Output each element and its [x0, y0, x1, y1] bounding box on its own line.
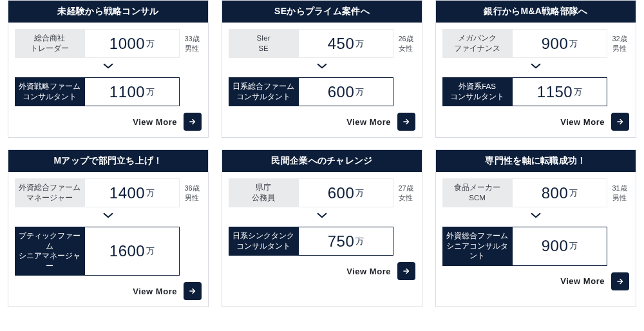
after-salary-unit: 万 [355, 86, 364, 98]
before-salary-value: 900 [542, 35, 568, 53]
before-salary-value: 1400 [109, 184, 145, 202]
after-salary-value: 900 [542, 237, 568, 255]
before-job-line2: 公務員 [252, 193, 275, 203]
case-card: SEからプライム案件へ SIer SE 450 万 26歳 女性 日系総合ファー… [222, 0, 422, 138]
before-salary-box: 600 万 [298, 178, 393, 207]
view-more-link[interactable]: View More [8, 276, 208, 301]
before-salary-unit: 万 [146, 38, 155, 50]
age-label: 33歳 [184, 34, 199, 44]
case-card: Mアップで部門立ち上げ！ 外資総合ファーム マネージャー 1400 万 36歳 … [8, 149, 209, 307]
after-job-line1: ブティックファーム [17, 231, 82, 251]
down-arrow-icon [8, 211, 208, 220]
after-job-line1: 外資戦略ファーム [19, 82, 80, 92]
after-salary-unit: 万 [574, 86, 582, 98]
after-job-line2: シニアコンサルタント [444, 241, 510, 261]
after-salary-value: 1600 [109, 242, 145, 260]
before-job: 食品メーカー SCM [442, 178, 512, 207]
demographics-spacer [393, 77, 415, 106]
down-arrow-icon [222, 211, 422, 220]
before-job-line2: SE [258, 44, 268, 54]
demographics-spacer [180, 227, 202, 276]
after-salary-unit: 万 [146, 245, 155, 257]
before-job-line1: 県庁 [256, 183, 271, 193]
after-row: 日系シンクタンク コンサルタント 750 万 [229, 227, 415, 256]
before-job-line1: 外資総合ファーム [19, 183, 80, 193]
gender-label: 女性 [399, 44, 413, 53]
arrow-right-button[interactable] [611, 272, 629, 290]
after-job: 外資総合ファーム シニアコンサルタント [442, 227, 512, 266]
before-salary-box: 1000 万 [84, 29, 180, 58]
after-salary-unit: 万 [146, 86, 155, 98]
after-row: 外資戦略ファーム コンサルタント 1100 万 [15, 77, 202, 106]
case-card: 専門性を軸に転職成功！ 食品メーカー SCM 800 万 31歳 男性 外資総合… [435, 149, 636, 307]
after-salary-value: 1150 [537, 83, 573, 101]
view-more-link[interactable]: View More [222, 256, 422, 281]
case-card: 銀行からM&A戦略部隊へ メガバンク ファイナンス 900 万 32歳 男性 外… [435, 0, 636, 138]
before-job-line2: SCM [469, 193, 486, 203]
down-arrow-icon [436, 62, 636, 71]
age-label: 36歳 [184, 184, 199, 193]
arrow-right-icon [402, 117, 411, 126]
demographics-spacer [180, 77, 202, 106]
card-title: 民間企業へのチャレンジ [222, 150, 422, 172]
arrow-right-button[interactable] [397, 262, 415, 280]
after-job: 日系シンクタンク コンサルタント [229, 227, 298, 256]
gender-label: 男性 [612, 193, 627, 203]
view-more-link[interactable]: View More [436, 106, 636, 132]
after-job-line2: コンサルタント [23, 92, 77, 102]
view-more-label: View More [346, 117, 391, 127]
demographics: 31歳 男性 [607, 178, 629, 207]
before-salary-value: 450 [328, 35, 354, 53]
arrow-right-button[interactable] [397, 113, 415, 131]
card-title: 未経験から戦略コンサル [8, 1, 208, 23]
after-row: 外資系FAS コンサルタント 1150 万 [442, 77, 629, 106]
view-more-label: View More [346, 267, 391, 276]
arrow-right-icon [188, 117, 197, 126]
demographics: 36歳 男性 [180, 178, 202, 207]
before-salary-value: 600 [328, 184, 354, 202]
arrow-right-icon [616, 117, 625, 126]
view-more-link[interactable]: View More [8, 106, 208, 132]
after-salary-unit: 万 [355, 236, 364, 247]
before-row: 外資総合ファーム マネージャー 1400 万 36歳 男性 [15, 178, 202, 207]
before-job: 外資総合ファーム マネージャー [15, 178, 84, 207]
before-job-line1: 総合商社 [34, 33, 65, 44]
case-card: 民間企業へのチャレンジ 県庁 公務員 600 万 27歳 女性 日系シンクタンク… [222, 149, 422, 307]
after-salary-value: 1100 [109, 83, 145, 101]
before-job: メガバンク ファイナンス [442, 29, 512, 58]
arrow-right-button[interactable] [184, 113, 202, 131]
arrow-right-button[interactable] [184, 282, 202, 300]
before-salary-box: 800 万 [512, 178, 607, 207]
age-label: 32歳 [612, 34, 627, 44]
view-more-label: View More [560, 276, 605, 286]
gender-label: 女性 [399, 193, 413, 203]
before-row: 県庁 公務員 600 万 27歳 女性 [229, 178, 415, 207]
view-more-link[interactable]: View More [222, 106, 422, 132]
gender-label: 男性 [612, 44, 627, 53]
view-more-link[interactable]: View More [436, 266, 636, 292]
case-card: 未経験から戦略コンサル 総合商社 トレーダー 1000 万 33歳 男性 外資戦… [8, 0, 209, 138]
after-job-line2: シニアマネージャー [17, 251, 82, 271]
after-job: 外資戦略ファーム コンサルタント [15, 77, 84, 106]
after-job-line1: 日系シンクタンク [232, 231, 294, 241]
after-job-line2: コンサルタント [450, 92, 504, 102]
after-job: ブティックファーム シニアマネージャー [15, 227, 84, 276]
before-job: SIer SE [229, 29, 298, 58]
before-job-line2: トレーダー [30, 44, 69, 54]
after-job-line2: コンサルタント [236, 241, 290, 252]
after-salary-box: 1150 万 [512, 77, 607, 106]
view-more-label: View More [560, 117, 605, 127]
after-job-line2: コンサルタント [236, 92, 290, 102]
after-salary-unit: 万 [569, 240, 578, 252]
before-salary-box: 450 万 [298, 29, 393, 58]
before-row: 総合商社 トレーダー 1000 万 33歳 男性 [15, 29, 202, 58]
after-salary-value: 750 [328, 232, 354, 251]
arrow-right-button[interactable] [611, 113, 629, 131]
down-arrow-icon [222, 62, 422, 71]
age-label: 31歳 [612, 184, 627, 193]
after-salary-box: 1100 万 [84, 77, 180, 106]
demographics: 33歳 男性 [180, 29, 202, 58]
before-salary-value: 1000 [109, 35, 145, 53]
before-salary-unit: 万 [355, 38, 364, 50]
demographics-spacer [607, 77, 629, 106]
